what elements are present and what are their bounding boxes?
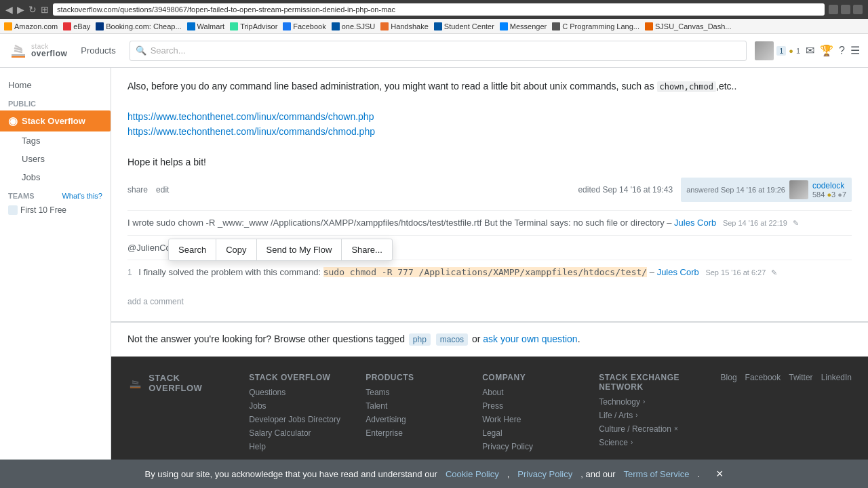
bookmark-canvas-label: SJSU_Canvas_Dash... — [655, 22, 732, 30]
footer-link-salary[interactable]: Salary Calculator — [249, 428, 344, 438]
not-finding-section: Not the answer you're looking for? Brows… — [111, 322, 868, 357]
forward-button[interactable]: ▶ — [17, 4, 24, 15]
products-nav[interactable]: Products — [75, 43, 121, 58]
ebay-favicon — [63, 22, 71, 30]
browser-icon-1[interactable] — [829, 5, 838, 14]
add-comment-link[interactable]: add a comment — [127, 293, 852, 310]
context-share[interactable]: Share... — [342, 239, 392, 261]
so-logo[interactable]: stack overflow — [8, 41, 67, 61]
sidebar-public-label: PUBLIC — [0, 94, 111, 110]
answer-inline-code: chown,chmod — [657, 81, 716, 92]
bookmark-facebook[interactable]: Facebook — [283, 22, 326, 30]
footer-col-network: STACK EXCHANGE NETWORK Technology › Life… — [599, 373, 698, 455]
help-icon[interactable]: ? — [839, 45, 845, 57]
comment-3-edit-icon[interactable]: ✎ — [771, 268, 777, 277]
bookmark-walmart[interactable]: Walmart — [187, 22, 225, 30]
cookie-period: . — [697, 469, 700, 479]
bookmark-cprog[interactable]: C Programming Lang... — [552, 22, 639, 30]
context-send-to-flow[interactable]: Send to My Flow — [257, 239, 342, 261]
tag-php[interactable]: php — [409, 333, 431, 346]
comment-1: I wrote sudo chown -R _www:_www /Applica… — [127, 210, 852, 235]
footer-blog-link[interactable]: Blog — [721, 373, 737, 382]
bookmark-ebay[interactable]: eBay — [63, 22, 90, 30]
bookmark-amazon[interactable]: Amazon.com — [4, 22, 58, 30]
cookie-policy-link[interactable]: Cookie Policy — [446, 469, 499, 479]
footer-link-legal[interactable]: Legal — [482, 428, 577, 438]
ask-question-link[interactable]: ask your own question — [483, 333, 577, 344]
sidebar-item-stackoverflow[interactable]: ◉ Stack Overflow — [0, 110, 111, 131]
sidebar-users-label: Users — [22, 154, 45, 164]
tos-link[interactable]: Terms of Service — [624, 469, 690, 479]
context-menu: Search Copy Send to My Flow Share... — [168, 239, 393, 262]
url-bar[interactable]: stackoverflow.com/questions/39498067/fop… — [53, 3, 825, 16]
cookie-comma: , — [507, 469, 510, 479]
footer-link-teams[interactable]: Teams — [366, 388, 460, 397]
inbox-icon[interactable]: ✉ — [806, 44, 814, 57]
sidebar-item-users[interactable]: Users — [0, 150, 111, 168]
bookmark-canvas[interactable]: SJSU_Canvas_Dash... — [645, 22, 732, 30]
footer-linkedin-link[interactable]: LinkedIn — [821, 373, 852, 382]
footer-col-products-title: PRODUCTS — [366, 373, 460, 382]
sidebar: Home PUBLIC ◉ Stack Overflow Tags Users … — [0, 68, 111, 488]
edit-link[interactable]: edit — [156, 185, 169, 195]
sidebar-item-tags[interactable]: Tags — [0, 131, 111, 150]
comment-1-user[interactable]: Jules Corb — [674, 218, 716, 228]
comment-2: @JulienCorbin t... Sep 15 '16 at 4:48 Se… — [127, 235, 852, 260]
bookmark-handshake[interactable]: Handshake — [380, 22, 429, 30]
sidebar-item-jobs[interactable]: Jobs — [0, 168, 111, 186]
sidebar-first-free[interactable]: First 10 Free — [0, 203, 111, 218]
footer-facebook-link[interactable]: Facebook — [745, 373, 781, 382]
share-link[interactable]: share — [127, 185, 148, 195]
footer-link-technology[interactable]: Technology › — [599, 397, 698, 407]
footer-link-advertising[interactable]: Advertising — [366, 415, 460, 424]
sidebar-what-this[interactable]: What's this? — [62, 192, 102, 200]
browser-icon-2[interactable] — [841, 5, 850, 14]
answer-link1[interactable]: https://www.techonthenet.com/linux/comma… — [127, 111, 374, 122]
or-text: or — [472, 333, 483, 344]
footer-link-science[interactable]: Science › — [599, 438, 698, 447]
grid-button[interactable]: ⊞ — [41, 4, 49, 15]
privacy-policy-link[interactable]: Privacy Policy — [517, 469, 572, 479]
bookmark-tripadvisor[interactable]: TripAdvisor — [230, 22, 277, 30]
footer-twitter-link[interactable]: Twitter — [789, 373, 812, 382]
cookie-banner: By using our site, you acknowledge that … — [0, 460, 868, 488]
footer-link-dev-jobs[interactable]: Developer Jobs Directory — [249, 415, 344, 424]
footer-link-press[interactable]: Press — [482, 401, 577, 411]
context-search[interactable]: Search — [169, 239, 216, 261]
user-avatar-area[interactable]: 1 ● 1 — [755, 41, 800, 60]
menu-icon[interactable]: ☰ — [850, 44, 860, 57]
back-button[interactable]: ◀ — [5, 4, 13, 15]
footer-link-enterprise[interactable]: Enterprise — [366, 428, 460, 438]
bookmark-student[interactable]: Student Center — [434, 22, 494, 30]
bookmark-onesjsu[interactable]: one.SJSU — [332, 22, 376, 30]
sidebar-item-home[interactable]: Home — [0, 76, 111, 94]
footer-link-about[interactable]: About — [482, 388, 577, 397]
comment-1-edit-icon[interactable]: ✎ — [793, 219, 799, 227]
footer-link-talent[interactable]: Talent — [366, 401, 460, 411]
answer-link2[interactable]: https://www.techonthenet.com/linux/comma… — [127, 126, 375, 137]
context-copy[interactable]: Copy — [216, 239, 256, 261]
tag-macos[interactable]: macos — [436, 333, 468, 346]
browser-icon-3[interactable] — [853, 5, 863, 14]
footer-link-work[interactable]: Work Here — [482, 415, 577, 424]
url-text: stackoverflow.com/questions/39498067/fop… — [57, 5, 395, 14]
answer-body: Also, before you do any command line bas… — [111, 68, 868, 322]
so-header: stack overflow Products 🔍 Search... 1 ● … — [0, 34, 868, 68]
author-name[interactable]: codelock — [812, 181, 846, 190]
reload-button[interactable]: ↻ — [28, 4, 37, 15]
bookmark-booking[interactable]: Booking.com: Cheap... — [96, 22, 181, 30]
footer-col-company-title: COMPANY — [482, 373, 577, 382]
messenger-favicon — [500, 22, 508, 30]
footer-link-jobs[interactable]: Jobs — [249, 401, 344, 411]
cookie-close-button[interactable]: × — [716, 468, 724, 480]
bookmark-messenger[interactable]: Messenger — [500, 22, 547, 30]
footer-link-privacy[interactable]: Privacy Policy — [482, 442, 577, 451]
footer-link-culture[interactable]: Culture / Recreation × — [599, 424, 698, 434]
search-box[interactable]: 🔍 Search... — [130, 41, 747, 61]
cookie-and: , and our — [580, 469, 615, 479]
footer-link-life-arts[interactable]: Life / Arts › — [599, 411, 698, 420]
achievements-icon[interactable]: 🏆 — [820, 44, 833, 57]
footer-link-help[interactable]: Help — [249, 442, 344, 451]
footer-link-questions[interactable]: Questions — [249, 388, 344, 397]
comment-3-user[interactable]: Jules Corb — [657, 267, 699, 277]
